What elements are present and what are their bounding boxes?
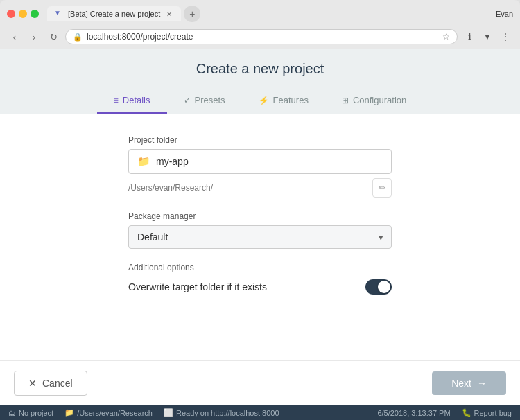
package-manager-group: Package manager Default npm yarn [128,211,392,249]
features-tab-icon: ⚡ [259,96,269,105]
next-button[interactable]: Next → [432,371,506,395]
tab-area: ▼ [Beta] Create a new project ✕ + [47,6,492,22]
tab-details[interactable]: ≡ Details [97,88,167,114]
status-right: 6/5/2018, 3:13:37 PM 🐛 Report bug [377,408,512,417]
forward-button[interactable]: › [26,29,42,44]
tab-features[interactable]: ⚡ Features [242,88,325,114]
tab-favicon: ▼ [54,9,64,19]
folder-icon: 📁 [137,155,150,168]
next-label: Next [451,378,471,389]
package-manager-select[interactable]: Default npm yarn [128,225,392,249]
minimize-button[interactable] [19,10,27,18]
app-window: Create a new project ≡ Details ✓ Presets… [0,49,520,405]
path-icon: 📁 [64,408,74,417]
status-ready-text: Ready on http://localhost:8000 [176,409,279,417]
no-project-icon: 🗂 [8,409,16,417]
cancel-button[interactable]: ✕ Cancel [14,371,87,396]
maximize-button[interactable] [31,10,39,18]
address-bar[interactable]: 🔒 localhost:8000/project/create ☆ [65,29,458,44]
browser-tab[interactable]: ▼ [Beta] Create a new project ✕ [47,6,181,21]
user-name: Evan [496,10,513,18]
form-container: Project folder 📁 my-app /Users/evan/Rese… [128,135,392,308]
menu-button[interactable]: ⋮ [498,29,513,44]
extension-button[interactable]: ▼ [480,29,495,44]
report-bug-button[interactable]: 🐛 Report bug [462,408,512,417]
status-no-project: 🗂 No project [8,409,53,417]
additional-options-group: Additional options Overwrite target fold… [128,263,392,295]
bookmark-icon[interactable]: ☆ [442,32,450,42]
overwrite-option-label: Overwrite target folder if it exists [128,281,267,292]
bug-icon: 🐛 [462,408,471,417]
overwrite-toggle[interactable] [365,279,392,295]
project-folder-label: Project folder [128,135,392,145]
package-manager-label: Package manager [128,211,392,221]
page-title: Create a new project [0,61,520,77]
browser-actions: ℹ ▼ ⋮ [462,29,513,44]
status-datetime: 6/5/2018, 3:13:37 PM [377,409,450,417]
status-bar: 🗂 No project 📁 /Users/evan/Research ⬜ Re… [0,405,520,420]
package-manager-select-wrapper: Default npm yarn [128,225,392,249]
new-tab-button[interactable]: + [184,6,200,22]
project-folder-input[interactable]: 📁 my-app [128,149,392,174]
presets-tab-label: Presets [195,95,225,105]
tab-close-button[interactable]: ✕ [164,9,174,19]
info-button[interactable]: ℹ [462,29,477,44]
tabs-row: ≡ Details ✓ Presets ⚡ Features ⊞ Configu… [0,88,520,114]
next-arrow-icon: → [477,378,487,389]
tab-title: [Beta] Create a new project [68,10,160,18]
traffic-lights [7,10,39,18]
project-folder-group: Project folder 📁 my-app /Users/evan/Rese… [128,135,392,198]
toggle-knob [378,281,390,293]
status-ready: ⬜ Ready on http://localhost:8000 [164,408,279,417]
configuration-tab-label: Configuration [353,95,406,105]
folder-path: /Users/evan/Research/ [128,183,213,193]
back-button[interactable]: ‹ [7,29,22,44]
tab-configuration[interactable]: ⊞ Configuration [325,88,423,114]
overwrite-option-row: Overwrite target folder if it exists [128,279,392,295]
url-text: localhost:8000/project/create [87,32,438,42]
close-button[interactable] [7,10,15,18]
page-footer: ✕ Cancel Next → [0,360,520,405]
browser-chrome: ▼ [Beta] Create a new project ✕ + Evan ‹… [0,0,520,49]
status-path-text: /Users/evan/Research [77,409,153,417]
report-bug-label: Report bug [474,409,512,417]
details-tab-label: Details [123,95,150,105]
page-content: Project folder 📁 my-app /Users/evan/Rese… [0,114,520,360]
additional-options-label: Additional options [128,263,392,272]
details-tab-icon: ≡ [114,96,119,105]
terminal-icon: ⬜ [164,408,173,417]
folder-name: my-app [156,156,189,167]
cancel-icon: ✕ [28,378,37,389]
tab-presets[interactable]: ✓ Presets [167,88,242,114]
cancel-label: Cancel [42,378,73,389]
page-header: Create a new project ≡ Details ✓ Presets… [0,49,520,114]
presets-tab-icon: ✓ [184,96,191,105]
lock-icon: 🔒 [73,33,83,42]
configuration-tab-icon: ⊞ [342,96,349,105]
path-row: /Users/evan/Research/ ✏ [128,178,392,198]
status-path: 📁 /Users/evan/Research [64,408,153,417]
no-project-text: No project [19,409,53,417]
reload-button[interactable]: ↻ [46,29,61,44]
address-bar-row: ‹ › ↻ 🔒 localhost:8000/project/create ☆ … [0,26,520,49]
edit-path-button[interactable]: ✏ [372,178,392,198]
features-tab-label: Features [273,95,309,105]
